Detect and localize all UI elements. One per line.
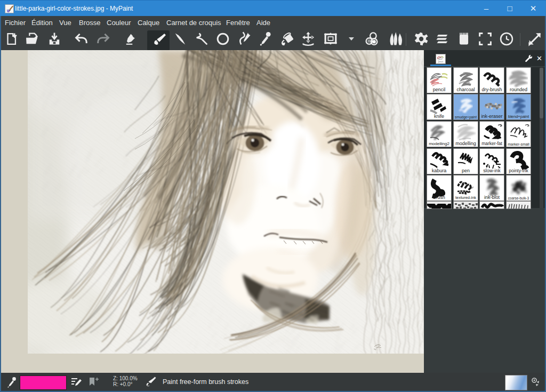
svg-text:pencil: pencil [438, 61, 444, 63]
